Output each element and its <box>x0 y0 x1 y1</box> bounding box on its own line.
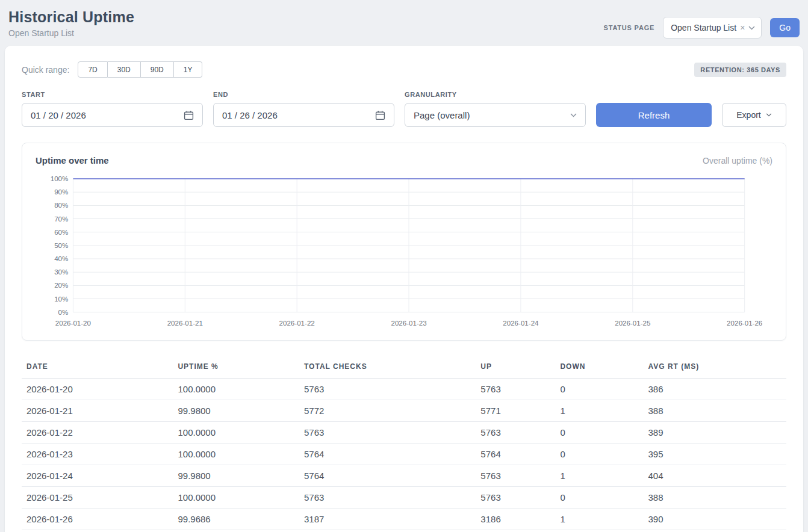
quick-range-group: Quick range: 7D30D90D1Y <box>22 61 202 78</box>
svg-text:2026-01-23: 2026-01-23 <box>391 320 426 327</box>
end-date-input[interactable]: 01 / 26 / 2026 <box>213 103 394 127</box>
table-cell: 5763 <box>299 487 476 509</box>
svg-text:20%: 20% <box>54 282 68 289</box>
table-cell: 5763 <box>476 379 555 400</box>
table-cell: 395 <box>643 444 786 465</box>
table-cell: 388 <box>643 487 786 509</box>
granularity-value: Page (overall) <box>414 110 570 120</box>
table-cell: 389 <box>643 422 786 444</box>
quick-range-1y[interactable]: 1Y <box>174 61 203 78</box>
table-cell: 2026-01-20 <box>22 379 173 400</box>
table-cell: 2026-01-24 <box>22 465 173 487</box>
uptime-chart-card: Uptime over time Overall uptime (%) 0%10… <box>22 143 786 341</box>
go-button[interactable]: Go <box>770 18 800 37</box>
table-cell: 2026-01-22 <box>22 422 173 444</box>
quick-range-30d[interactable]: 30D <box>108 61 141 78</box>
export-label: Export <box>736 110 760 120</box>
svg-text:100%: 100% <box>51 175 69 182</box>
table-cell: 5763 <box>476 422 555 444</box>
start-label: START <box>22 91 203 98</box>
table-cell: 5764 <box>299 444 476 465</box>
svg-text:2026-01-25: 2026-01-25 <box>615 320 650 327</box>
start-date-field: START 01 / 20 / 2026 <box>22 91 203 127</box>
svg-text:40%: 40% <box>54 255 68 262</box>
chevron-down-icon <box>570 113 577 117</box>
svg-text:2026-01-22: 2026-01-22 <box>279 320 315 327</box>
uptime-line-chart: 0%10%20%30%40%50%60%70%80%90%100%2026-01… <box>36 172 772 334</box>
start-date-value: 01 / 20 / 2026 <box>31 110 184 120</box>
table-cell: 3187 <box>299 509 476 530</box>
table-row: 2026-01-22100.0000576357630389 <box>22 422 786 444</box>
export-button[interactable]: Export <box>722 103 786 127</box>
quick-range-buttons: 7D30D90D1Y <box>78 61 202 78</box>
svg-text:60%: 60% <box>54 229 68 236</box>
svg-text:2026-01-20: 2026-01-20 <box>55 320 91 327</box>
chevron-down-icon <box>766 113 772 117</box>
table-cell: 5771 <box>476 400 555 422</box>
page-subtitle: Open Startup List <box>8 28 134 38</box>
svg-text:70%: 70% <box>54 215 68 223</box>
table-cell: 0 <box>555 379 643 400</box>
table-cell: 0 <box>555 487 643 509</box>
granularity-select[interactable]: Page (overall) <box>405 103 586 127</box>
table-cell: 99.9686 <box>173 509 299 530</box>
status-page-select[interactable]: Open Startup List × <box>663 17 762 39</box>
svg-text:2026-01-26: 2026-01-26 <box>727 320 762 327</box>
quick-range-7d[interactable]: 7D <box>78 61 107 78</box>
granularity-field: GRANULARITY Page (overall) <box>405 91 586 127</box>
status-page-value: Open Startup List <box>671 23 736 32</box>
status-page-label: STATUS PAGE <box>604 24 655 31</box>
header-left: Historical Uptime Open Startup List <box>8 8 134 38</box>
table-cell: 2026-01-23 <box>22 444 173 465</box>
page: Historical Uptime Open Startup List STAT… <box>0 0 808 532</box>
table-cell: 1 <box>555 465 643 487</box>
chart-legend: Overall uptime (%) <box>703 156 772 165</box>
clear-icon[interactable]: × <box>740 23 745 32</box>
quick-range-90d[interactable]: 90D <box>141 61 174 78</box>
table-row: 2026-01-2199.9800577257711388 <box>22 400 786 422</box>
table-cell: 2026-01-26 <box>22 509 173 530</box>
refresh-button[interactable]: Refresh <box>596 103 712 127</box>
svg-text:80%: 80% <box>54 202 68 209</box>
table-row: 2026-01-20100.0000576357630386 <box>22 379 786 400</box>
quick-range-row: Quick range: 7D30D90D1Y RETENTION: 365 D… <box>22 61 786 78</box>
table-cell: 99.9800 <box>173 400 299 422</box>
column-header: TOTAL CHECKS <box>299 356 476 379</box>
main-card: Quick range: 7D30D90D1Y RETENTION: 365 D… <box>5 46 803 532</box>
chart-title: Uptime over time <box>36 155 109 165</box>
chevron-down-icon <box>748 26 755 30</box>
svg-text:50%: 50% <box>54 242 68 249</box>
table-cell: 1 <box>555 400 643 422</box>
start-date-input[interactable]: 01 / 20 / 2026 <box>22 103 203 127</box>
table-cell: 5763 <box>476 465 555 487</box>
calendar-icon[interactable] <box>184 110 194 120</box>
controls-row: START 01 / 20 / 2026 END <box>22 91 786 127</box>
table-cell: 404 <box>643 465 786 487</box>
column-header: UPTIME % <box>173 356 299 379</box>
table-cell: 386 <box>643 379 786 400</box>
table-cell: 99.9800 <box>173 465 299 487</box>
table-row: 2026-01-2499.9800576457631404 <box>22 465 786 487</box>
column-header: AVG RT (MS) <box>643 356 786 379</box>
table-cell: 5764 <box>476 444 555 465</box>
table-row: 2026-01-2699.9686318731861390 <box>22 509 786 530</box>
table-cell: 0 <box>555 444 643 465</box>
table-cell: 1 <box>555 509 643 530</box>
table-cell: 2026-01-25 <box>22 487 173 509</box>
end-date-value: 01 / 26 / 2026 <box>222 110 375 120</box>
table-cell: 5763 <box>299 379 476 400</box>
uptime-table: DATEUPTIME %TOTAL CHECKSUPDOWNAVG RT (MS… <box>22 356 786 530</box>
svg-text:10%: 10% <box>54 295 68 303</box>
table-cell: 5763 <box>299 422 476 444</box>
table-cell: 0 <box>555 422 643 444</box>
calendar-icon[interactable] <box>375 110 385 120</box>
table-cell: 100.0000 <box>173 379 299 400</box>
table-cell: 5763 <box>476 487 555 509</box>
granularity-label: GRANULARITY <box>405 91 586 98</box>
page-header: Historical Uptime Open Startup List STAT… <box>5 5 803 46</box>
table-cell: 2026-01-21 <box>22 400 173 422</box>
svg-text:0%: 0% <box>58 309 69 316</box>
svg-text:2026-01-24: 2026-01-24 <box>503 320 539 327</box>
table-header-row: DATEUPTIME %TOTAL CHECKSUPDOWNAVG RT (MS… <box>22 356 786 379</box>
header-right: STATUS PAGE Open Startup List × Go <box>604 8 800 39</box>
